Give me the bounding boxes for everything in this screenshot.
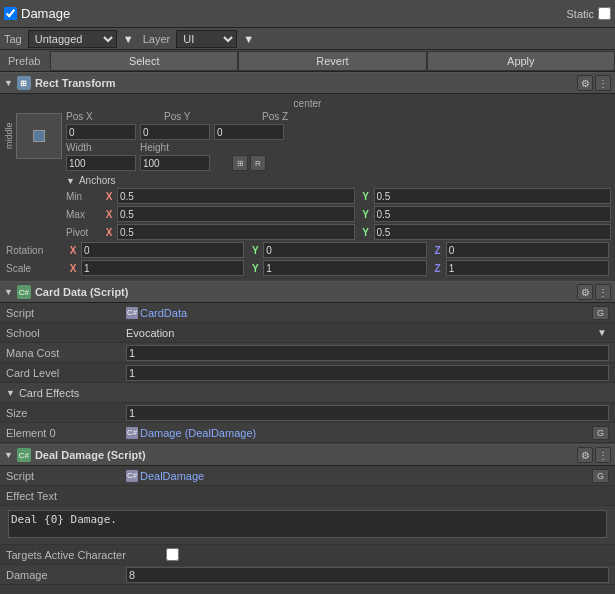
card-data-script-row: Script C# CardData G <box>0 303 615 323</box>
card-data-header: ▼ C# Card Data (Script) ⚙ ⋮ <box>0 281 615 303</box>
rt-min-x-input[interactable] <box>117 188 355 204</box>
deal-damage-settings-btn[interactable]: ⚙ <box>577 447 593 463</box>
rt-rotation-row: Rotation X Y Z <box>4 242 611 258</box>
deal-damage-targets-label: Targets Active Character <box>6 549 166 561</box>
rt-pivot-x-label: X <box>102 227 116 238</box>
rt-fields: Pos X Pos Y Pos Z Width Height <box>66 111 611 242</box>
rect-transform-header: ▼ ⊞ Rect Transform ⚙ ⋮ <box>0 72 615 94</box>
rt-rot-z-input[interactable] <box>446 242 609 258</box>
deal-damage-icon: C# <box>17 448 31 462</box>
rt-height-input[interactable] <box>140 155 210 171</box>
deal-damage-more-btn[interactable]: ⋮ <box>595 447 611 463</box>
rt-wh-corner-btn-1[interactable]: ⊞ <box>232 155 248 171</box>
card-effects-arrow: ▼ <box>6 388 15 398</box>
card-data-school-label: School <box>6 327 126 339</box>
layer-select[interactable]: UI Default <box>176 30 237 48</box>
card-data-arrow: ▼ <box>4 287 13 297</box>
card-data-script-label: Script <box>6 307 126 319</box>
card-data-header-btns: ⚙ ⋮ <box>577 284 611 300</box>
deal-damage-value-row: Damage <box>0 565 615 585</box>
deal-damage-script-value: DealDamage <box>140 470 204 482</box>
rect-transform-arrow: ▼ <box>4 78 13 88</box>
prefab-revert-button[interactable]: Revert <box>238 51 426 71</box>
prefab-apply-button[interactable]: Apply <box>427 51 615 71</box>
rt-min-label: Min <box>66 191 98 202</box>
rt-middle-label: middle <box>4 111 14 161</box>
rt-pivot-y-label: Y <box>359 227 373 238</box>
rt-scale-z-input[interactable] <box>446 260 609 276</box>
rt-max-x-label: X <box>102 209 116 220</box>
rt-pivot-label: Pivot <box>66 227 98 238</box>
card-data-settings-btn[interactable]: ⚙ <box>577 284 593 300</box>
prefab-row: Prefab Select Revert Apply <box>0 50 615 72</box>
rt-scale-z-label: Z <box>431 263 445 274</box>
tag-select[interactable]: Untagged MainCamera Player <box>28 30 117 48</box>
rt-posz-input[interactable] <box>214 124 284 140</box>
rt-pos-row: Pos X Pos Y Pos Z <box>66 111 611 122</box>
rt-rot-x-input[interactable] <box>81 242 244 258</box>
rt-min-x-label: X <box>102 191 116 202</box>
rt-wh-corner-btn-2[interactable]: R <box>250 155 266 171</box>
rt-anchor-box[interactable] <box>16 113 62 159</box>
scroll-container[interactable]: ▼ ⊞ Rect Transform ⚙ ⋮ center middle <box>0 72 615 592</box>
card-data-school-value-area: Evocation ▼ <box>126 327 609 339</box>
card-data-mana-label: Mana Cost <box>6 347 126 359</box>
card-effects-element0-row: Element 0 C# Damage (DealDamage) G <box>0 423 615 443</box>
rt-center-label: center <box>4 98 611 109</box>
card-data-level-input[interactable] <box>126 365 609 381</box>
deal-damage-value-input[interactable] <box>126 567 609 583</box>
prefab-select-button[interactable]: Select <box>50 51 238 71</box>
deal-damage-script-goto-btn[interactable]: G <box>592 469 609 483</box>
card-data-script-value: CardData <box>140 307 187 319</box>
deal-damage-targets-row: Targets Active Character <box>0 545 615 565</box>
rect-transform-panel: ▼ ⊞ Rect Transform ⚙ ⋮ center middle <box>0 72 615 280</box>
deal-damage-targets-checkbox[interactable] <box>166 548 179 561</box>
rt-rot-y-input[interactable] <box>263 242 426 258</box>
rt-max-x-input[interactable] <box>117 206 355 222</box>
card-data-level-row: Card Level <box>0 363 615 383</box>
rt-posy-input[interactable] <box>140 124 210 140</box>
card-data-script-ref: C# CardData G <box>126 306 609 320</box>
card-data-title: Card Data (Script) <box>35 286 577 298</box>
card-data-mana-input[interactable] <box>126 345 609 361</box>
card-effects-size-row: Size <box>0 403 615 423</box>
rt-pivot-y-block: Y <box>359 224 612 240</box>
card-effects-element0-goto-btn[interactable]: G <box>592 426 609 440</box>
rt-rot-z-label: Z <box>431 245 445 256</box>
rect-transform-settings-btn[interactable]: ⚙ <box>577 75 593 91</box>
rt-scale-z-block: Z <box>431 260 609 276</box>
static-checkbox[interactable] <box>598 7 611 20</box>
card-effects-element0-ref: C# Damage (DealDamage) G <box>126 426 609 440</box>
rt-scale-row: Scale X Y Z <box>4 260 611 276</box>
rt-pivot-x-input[interactable] <box>117 224 355 240</box>
rt-pivot-y-input[interactable] <box>374 224 612 240</box>
rt-width-input[interactable] <box>66 155 136 171</box>
rt-max-y-input[interactable] <box>374 206 612 222</box>
rt-scale-y-input[interactable] <box>263 260 426 276</box>
card-data-school-arrow-btn[interactable]: ▼ <box>595 327 609 338</box>
rt-scale-label: Scale <box>6 263 62 274</box>
card-effects-size-input[interactable] <box>126 405 609 421</box>
static-text: Static <box>566 8 594 20</box>
static-area: Static <box>566 7 611 20</box>
rt-max-row: Max X Y <box>66 206 611 222</box>
deal-damage-header-btns: ⚙ ⋮ <box>577 447 611 463</box>
rt-left: middle <box>4 111 62 161</box>
rt-posx-input[interactable] <box>66 124 136 140</box>
rt-pos-inputs <box>66 124 611 140</box>
object-active-checkbox[interactable] <box>4 7 17 20</box>
deal-damage-script-label: Script <box>6 470 126 482</box>
rt-posx-label: Pos X <box>66 111 110 122</box>
deal-damage-effect-text-input[interactable]: Deal {0} Damage. <box>8 510 607 538</box>
rt-min-y-input[interactable] <box>374 188 612 204</box>
card-data-panel: ▼ C# Card Data (Script) ⚙ ⋮ Script C# Ca… <box>0 281 615 443</box>
rt-wh-inputs: ⊞ R <box>66 155 611 171</box>
rect-transform-body: center middle Pos X Pos Y <box>0 94 615 280</box>
rt-rot-x-block: X <box>66 242 244 258</box>
anchors-header: ▼ Anchors <box>66 175 611 186</box>
card-data-script-goto-btn[interactable]: G <box>592 306 609 320</box>
rt-scale-x-input[interactable] <box>81 260 244 276</box>
rect-transform-more-btn[interactable]: ⋮ <box>595 75 611 91</box>
card-data-more-btn[interactable]: ⋮ <box>595 284 611 300</box>
rt-scale-y-block: Y <box>248 260 426 276</box>
